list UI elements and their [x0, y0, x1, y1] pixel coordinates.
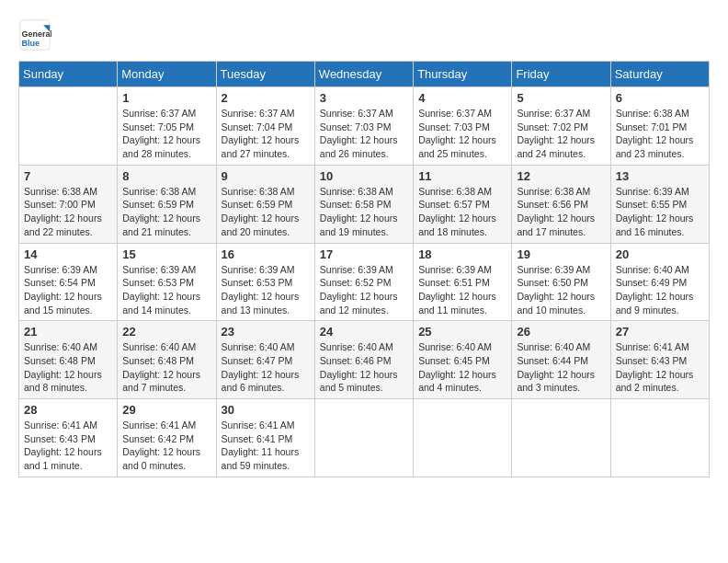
- calendar-cell: 1Sunrise: 6:37 AMSunset: 7:05 PMDaylight…: [118, 87, 216, 166]
- day-number: 13: [616, 169, 704, 183]
- calendar-week-row: 21Sunrise: 6:40 AMSunset: 6:48 PMDayligh…: [19, 321, 710, 399]
- day-number: 16: [222, 247, 310, 261]
- day-number: 21: [24, 325, 112, 339]
- calendar-cell: 20Sunrise: 6:40 AMSunset: 6:49 PMDayligh…: [610, 243, 709, 321]
- logo: General Blue: [18, 18, 53, 52]
- day-info: Sunrise: 6:38 AMSunset: 6:59 PMDaylight:…: [222, 185, 310, 239]
- calendar-cell: 4Sunrise: 6:37 AMSunset: 7:03 PMDaylight…: [414, 87, 512, 166]
- day-info: Sunrise: 6:38 AMSunset: 6:57 PMDaylight:…: [418, 185, 506, 239]
- day-info: Sunrise: 6:38 AMSunset: 6:59 PMDaylight:…: [122, 185, 210, 239]
- calendar-week-row: 1Sunrise: 6:37 AMSunset: 7:05 PMDaylight…: [19, 87, 710, 166]
- calendar-cell: [19, 87, 118, 166]
- calendar-cell: 13Sunrise: 6:39 AMSunset: 6:55 PMDayligh…: [610, 165, 709, 243]
- day-number: 11: [418, 169, 506, 183]
- calendar-cell: 28Sunrise: 6:41 AMSunset: 6:43 PMDayligh…: [19, 399, 118, 477]
- day-info: Sunrise: 6:40 AMSunset: 6:47 PMDaylight:…: [222, 340, 310, 395]
- day-info: Sunrise: 6:41 AMSunset: 6:42 PMDaylight:…: [122, 419, 210, 473]
- day-number: 17: [320, 247, 408, 261]
- day-number: 9: [222, 169, 310, 183]
- day-number: 18: [418, 247, 506, 261]
- day-number: 1: [122, 91, 210, 105]
- calendar-week-row: 14Sunrise: 6:39 AMSunset: 6:54 PMDayligh…: [19, 243, 710, 321]
- day-number: 30: [222, 403, 310, 417]
- calendar-cell: 19Sunrise: 6:39 AMSunset: 6:50 PMDayligh…: [512, 243, 610, 321]
- calendar-cell: 29Sunrise: 6:41 AMSunset: 6:42 PMDayligh…: [118, 399, 216, 477]
- day-number: 8: [122, 169, 210, 183]
- day-info: Sunrise: 6:40 AMSunset: 6:46 PMDaylight:…: [320, 340, 408, 395]
- day-number: 25: [418, 325, 506, 339]
- day-info: Sunrise: 6:41 AMSunset: 6:41 PMDaylight:…: [222, 419, 310, 473]
- column-header-sunday: Sunday: [19, 62, 118, 87]
- day-number: 14: [24, 247, 112, 261]
- calendar-cell: 10Sunrise: 6:38 AMSunset: 6:58 PMDayligh…: [314, 165, 413, 243]
- day-number: 23: [222, 325, 310, 339]
- day-number: 5: [517, 91, 605, 105]
- page-header: General Blue: [18, 18, 710, 52]
- day-number: 29: [122, 403, 210, 417]
- column-header-wednesday: Wednesday: [314, 62, 413, 87]
- day-info: Sunrise: 6:41 AMSunset: 6:43 PMDaylight:…: [24, 419, 112, 473]
- svg-text:General: General: [22, 29, 51, 39]
- day-info: Sunrise: 6:39 AMSunset: 6:53 PMDaylight:…: [122, 263, 210, 317]
- calendar-cell: 18Sunrise: 6:39 AMSunset: 6:51 PMDayligh…: [414, 243, 512, 321]
- day-info: Sunrise: 6:41 AMSunset: 6:43 PMDaylight:…: [616, 340, 704, 395]
- day-number: 4: [418, 91, 506, 105]
- calendar-cell: 27Sunrise: 6:41 AMSunset: 6:43 PMDayligh…: [610, 321, 709, 399]
- calendar-cell: 3Sunrise: 6:37 AMSunset: 7:03 PMDaylight…: [314, 87, 413, 166]
- calendar-cell: 7Sunrise: 6:38 AMSunset: 7:00 PMDaylight…: [19, 165, 118, 243]
- calendar-cell: 8Sunrise: 6:38 AMSunset: 6:59 PMDaylight…: [118, 165, 216, 243]
- calendar-cell: [512, 399, 610, 477]
- day-number: 15: [122, 247, 210, 261]
- day-info: Sunrise: 6:39 AMSunset: 6:52 PMDaylight:…: [320, 263, 408, 317]
- day-info: Sunrise: 6:39 AMSunset: 6:50 PMDaylight:…: [517, 263, 605, 317]
- day-number: 3: [320, 91, 408, 105]
- svg-text:Blue: Blue: [22, 39, 40, 48]
- calendar-cell: 26Sunrise: 6:40 AMSunset: 6:44 PMDayligh…: [512, 321, 610, 399]
- day-number: 10: [320, 169, 408, 183]
- calendar-cell: [414, 399, 512, 477]
- day-number: 20: [616, 247, 704, 261]
- day-info: Sunrise: 6:40 AMSunset: 6:45 PMDaylight:…: [418, 340, 506, 395]
- calendar-week-row: 28Sunrise: 6:41 AMSunset: 6:43 PMDayligh…: [19, 399, 710, 477]
- day-info: Sunrise: 6:37 AMSunset: 7:05 PMDaylight:…: [122, 107, 210, 161]
- column-header-friday: Friday: [512, 62, 610, 87]
- day-number: 6: [616, 91, 704, 105]
- day-info: Sunrise: 6:39 AMSunset: 6:51 PMDaylight:…: [418, 263, 506, 317]
- day-number: 2: [222, 91, 310, 105]
- day-number: 12: [517, 169, 605, 183]
- calendar-cell: 16Sunrise: 6:39 AMSunset: 6:53 PMDayligh…: [216, 243, 314, 321]
- day-info: Sunrise: 6:38 AMSunset: 7:01 PMDaylight:…: [616, 107, 704, 161]
- calendar-cell: 12Sunrise: 6:38 AMSunset: 6:56 PMDayligh…: [512, 165, 610, 243]
- day-number: 27: [616, 325, 704, 339]
- calendar-cell: 30Sunrise: 6:41 AMSunset: 6:41 PMDayligh…: [216, 399, 314, 477]
- day-info: Sunrise: 6:39 AMSunset: 6:55 PMDaylight:…: [616, 185, 704, 239]
- day-info: Sunrise: 6:38 AMSunset: 6:58 PMDaylight:…: [320, 185, 408, 239]
- calendar-week-row: 7Sunrise: 6:38 AMSunset: 7:00 PMDaylight…: [19, 165, 710, 243]
- calendar-cell: [314, 399, 413, 477]
- day-number: 19: [517, 247, 605, 261]
- calendar-cell: 2Sunrise: 6:37 AMSunset: 7:04 PMDaylight…: [216, 87, 314, 166]
- day-info: Sunrise: 6:40 AMSunset: 6:48 PMDaylight:…: [24, 340, 112, 395]
- day-info: Sunrise: 6:37 AMSunset: 7:03 PMDaylight:…: [320, 107, 408, 161]
- day-info: Sunrise: 6:38 AMSunset: 7:00 PMDaylight:…: [24, 185, 112, 239]
- column-header-saturday: Saturday: [610, 62, 709, 87]
- calendar-cell: 9Sunrise: 6:38 AMSunset: 6:59 PMDaylight…: [216, 165, 314, 243]
- day-info: Sunrise: 6:39 AMSunset: 6:54 PMDaylight:…: [24, 263, 112, 317]
- calendar-cell: [610, 399, 709, 477]
- column-header-tuesday: Tuesday: [216, 62, 314, 87]
- calendar-cell: 5Sunrise: 6:37 AMSunset: 7:02 PMDaylight…: [512, 87, 610, 166]
- calendar-cell: 15Sunrise: 6:39 AMSunset: 6:53 PMDayligh…: [118, 243, 216, 321]
- day-number: 24: [320, 325, 408, 339]
- calendar-cell: 24Sunrise: 6:40 AMSunset: 6:46 PMDayligh…: [314, 321, 413, 399]
- day-info: Sunrise: 6:39 AMSunset: 6:53 PMDaylight:…: [222, 263, 310, 317]
- day-info: Sunrise: 6:40 AMSunset: 6:48 PMDaylight:…: [122, 340, 210, 395]
- day-number: 28: [24, 403, 112, 417]
- calendar-cell: 21Sunrise: 6:40 AMSunset: 6:48 PMDayligh…: [19, 321, 118, 399]
- calendar-cell: 22Sunrise: 6:40 AMSunset: 6:48 PMDayligh…: [118, 321, 216, 399]
- calendar-cell: 14Sunrise: 6:39 AMSunset: 6:54 PMDayligh…: [19, 243, 118, 321]
- day-number: 7: [24, 169, 112, 183]
- calendar-cell: 11Sunrise: 6:38 AMSunset: 6:57 PMDayligh…: [414, 165, 512, 243]
- calendar-cell: 25Sunrise: 6:40 AMSunset: 6:45 PMDayligh…: [414, 321, 512, 399]
- logo-icon: General Blue: [18, 18, 51, 52]
- calendar-table: SundayMondayTuesdayWednesdayThursdayFrid…: [18, 61, 710, 477]
